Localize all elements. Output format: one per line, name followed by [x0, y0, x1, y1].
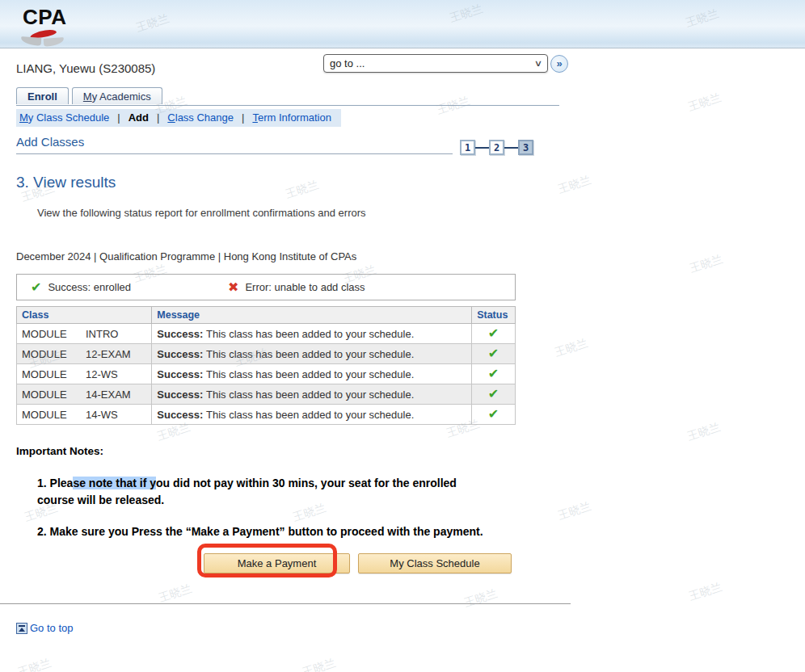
subnav-item-add[interactable]: Add: [129, 111, 149, 124]
watermark: 王晓兰: [556, 173, 593, 197]
watermark: 王晓兰: [687, 580, 724, 604]
chevron-down-icon: ∨: [534, 58, 542, 69]
message-cell: Success: This class has been added to yo…: [152, 405, 472, 425]
watermark: 王晓兰: [16, 656, 53, 672]
watermark: 王晓兰: [688, 252, 725, 276]
note-1: 1. Please note that if you did not pay w…: [37, 475, 490, 509]
table-row: MODULE12-WSSuccess: This class has been …: [17, 364, 516, 384]
success-check-icon: ✔: [31, 281, 41, 294]
watermark: 王晓兰: [435, 94, 472, 118]
class-cell: MODULE12-WS: [17, 364, 152, 384]
step-connector: [475, 147, 489, 149]
subnav-separator: |: [242, 111, 244, 124]
page: CPA 王晓兰王晓兰王晓兰王晓兰王晓兰王晓兰王晓兰王晓兰王晓兰王晓兰王晓兰王晓兰…: [0, 0, 805, 672]
table-row: MODULE12-EXAMSuccess: This class has bee…: [17, 344, 516, 364]
step-2: 2: [489, 140, 504, 155]
message-cell: Success: This class has been added to yo…: [152, 324, 472, 344]
class-cell: MODULE14-EXAM: [17, 384, 152, 405]
class-cell: MODULE14-WS: [17, 405, 152, 425]
watermark: 王晓兰: [686, 90, 723, 115]
tab-bar: Enroll My Academics: [16, 87, 166, 104]
term-info-line: December 2024 | Qualification Programme …: [16, 250, 356, 262]
class-cell: MODULEINTRO: [17, 324, 152, 344]
success-check-icon: ✔: [488, 346, 499, 360]
page-title: Add Classes: [16, 135, 453, 154]
subnav-separator: |: [117, 111, 120, 124]
success-check-icon: ✔: [488, 326, 499, 340]
cpa-logo-text: CPA: [23, 6, 79, 27]
double-chevron-right-icon: »: [556, 57, 562, 69]
cpa-logo-wing-left: [21, 36, 42, 46]
status-cell: ✔: [472, 324, 516, 344]
legend-error: ✖ Error: unable to add class: [228, 281, 365, 294]
user-name: LIANG, Yuewu (S230085): [16, 61, 155, 75]
cpa-logo: CPA: [23, 6, 79, 47]
watermark: 王晓兰: [556, 499, 593, 523]
tab-my-academics-label: My Academics: [83, 90, 151, 103]
watermark: 王晓兰: [553, 336, 590, 360]
success-check-icon: ✔: [488, 407, 499, 421]
important-notes-heading: Important Notes:: [16, 445, 103, 457]
make-a-payment-button[interactable]: Make a Payment: [204, 553, 350, 573]
class-cell: MODULE12-EXAM: [17, 344, 152, 364]
subnav-separator: |: [157, 111, 159, 124]
subnav: My Class Schedule|Add|Class Change|Term …: [16, 109, 341, 127]
my-class-schedule-button[interactable]: My Class Schedule: [358, 553, 512, 573]
selected-text: se note that if y: [73, 477, 156, 489]
table-row: MODULEINTROSuccess: This class has been …: [17, 324, 516, 344]
message-cell: Success: This class has been added to yo…: [152, 364, 472, 384]
status-cell: ✔: [472, 364, 516, 384]
table-row: MODULE14-WSSuccess: This class has been …: [17, 405, 516, 425]
column-header-message: Message: [152, 307, 472, 324]
enrollment-results-table: ClassMessageStatus MODULEINTROSuccess: T…: [16, 306, 516, 425]
tab-my-academics[interactable]: My Academics: [72, 87, 162, 104]
goto-dropdown-value: go to ...: [330, 57, 365, 69]
go-button[interactable]: »: [550, 55, 568, 73]
status-legend: ✔ Success: enrolled ✖ Error: unable to a…: [16, 274, 516, 300]
section-description: View the following status report for enr…: [37, 207, 366, 219]
results-table-body: MODULEINTROSuccess: This class has been …: [17, 324, 516, 425]
watermark: 王晓兰: [301, 656, 338, 672]
status-cell: ✔: [472, 384, 516, 405]
success-check-icon: ✔: [488, 387, 499, 401]
status-cell: ✔: [472, 344, 516, 364]
results-table-header-row: ClassMessageStatus: [17, 307, 516, 324]
brand-header: CPA: [0, 0, 805, 48]
go-to-top-link[interactable]: Go to top: [16, 622, 73, 634]
message-cell: Success: This class has been added to yo…: [152, 384, 472, 405]
subnav-item-term-information[interactable]: Term Information: [252, 111, 331, 124]
go-to-top-label: Go to top: [30, 622, 73, 634]
step-indicator: 123: [460, 140, 533, 155]
watermark: 王晓兰: [284, 178, 321, 202]
step-connector: [504, 147, 518, 149]
watermark: 王晓兰: [157, 582, 194, 606]
column-header-class: Class: [17, 307, 152, 324]
goto-dropdown[interactable]: go to ... ∨: [323, 54, 548, 73]
go-to-top-icon: [16, 623, 27, 634]
tab-divider: [16, 105, 559, 106]
tab-enroll[interactable]: Enroll: [16, 87, 69, 104]
column-header-status: Status: [472, 307, 516, 324]
footer-divider: [0, 603, 571, 604]
message-cell: Success: This class has been added to yo…: [152, 344, 472, 364]
legend-success-label: Success: enrolled: [48, 281, 131, 293]
section-title: 3. View results: [16, 174, 116, 191]
step-3: 3: [518, 140, 533, 155]
note-2: 2. Make sure you Press the “Make a Payme…: [37, 525, 571, 538]
subnav-item-class-change[interactable]: Class Change: [167, 111, 234, 124]
subnav-item-my-class-schedule[interactable]: My Class Schedule: [19, 111, 109, 124]
success-check-icon: ✔: [488, 367, 499, 380]
step-1: 1: [460, 140, 475, 155]
error-x-icon: ✖: [228, 281, 238, 294]
tab-enroll-label: Enroll: [27, 90, 57, 103]
watermark: 王晓兰: [685, 420, 723, 444]
cpa-logo-wing-right: [44, 37, 65, 47]
watermark: 王晓兰: [462, 586, 499, 611]
table-row: MODULE14-EXAMSuccess: This class has bee…: [17, 384, 516, 405]
status-cell: ✔: [472, 405, 516, 425]
legend-success: ✔ Success: enrolled: [31, 281, 131, 294]
goto-group: go to ... ∨ »: [323, 54, 568, 73]
legend-error-label: Error: unable to add class: [245, 281, 365, 293]
